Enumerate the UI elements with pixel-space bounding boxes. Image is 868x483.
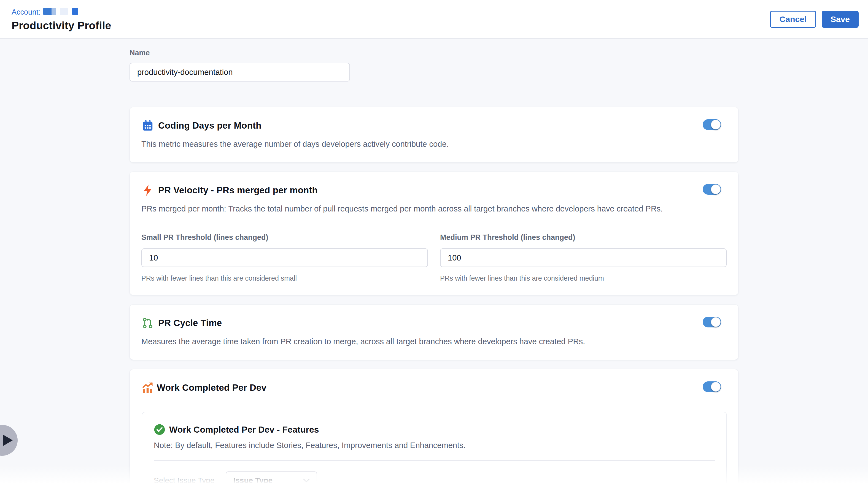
- card-title-row: Coding Days per Month: [142, 119, 726, 132]
- issue-type-label: Select Issue Type: [154, 476, 215, 483]
- card-description: This metric measures the average number …: [142, 139, 726, 150]
- chevron-down-icon: [303, 478, 310, 483]
- git-compare-icon: [142, 317, 154, 329]
- card-title: Coding Days per Month: [158, 120, 261, 131]
- main-content: Name: [0, 39, 868, 483]
- card-coding-days-per-month: Coding Days per Month This metric measur…: [129, 107, 739, 162]
- cancel-button[interactable]: Cancel: [770, 11, 816, 28]
- account-breadcrumb-link[interactable]: Account:: [11, 8, 40, 17]
- small-pr-threshold-helper: PRs with fewer lines than this are consi…: [142, 274, 428, 282]
- card-description: Measures the average time taken from PR …: [142, 336, 726, 347]
- card-title-row: PR Velocity - PRs merged per month: [142, 184, 726, 197]
- header-actions: Cancel Save: [770, 11, 859, 28]
- toggle-pr-velocity[interactable]: [703, 184, 721, 195]
- subsection-work-completed-features: Work Completed Per Dev - Features Note: …: [142, 412, 727, 483]
- card-title-row: Work Completed Per Dev: [142, 381, 726, 394]
- redacted-chip: [72, 8, 78, 15]
- small-pr-threshold-label: Small PR Threshold (lines changed): [142, 233, 428, 242]
- profile-name-group: Name: [129, 49, 868, 82]
- page-title: Productivity Profile: [11, 20, 111, 32]
- card-title: PR Velocity - PRs merged per month: [158, 185, 318, 195]
- medium-pr-threshold-label: Medium PR Threshold (lines changed): [440, 233, 726, 242]
- small-pr-threshold-input[interactable]: [142, 248, 428, 267]
- subsection-title: Work Completed Per Dev - Features: [169, 425, 319, 435]
- issue-type-select[interactable]: Issue Type: [226, 472, 317, 483]
- bar-chart-icon: [142, 381, 154, 394]
- card-description: PRs merged per month: Tracks the total n…: [142, 204, 726, 214]
- toggle-work-completed-per-dev[interactable]: [703, 381, 721, 392]
- issue-type-select-value: Issue Type: [234, 476, 273, 483]
- card-work-completed-per-dev: Work Completed Per Dev Work Completed Pe…: [129, 369, 739, 483]
- name-label: Name: [129, 49, 868, 57]
- threshold-fields: Small PR Threshold (lines changed) PRs w…: [142, 233, 726, 282]
- redacted-chip: [52, 8, 56, 15]
- subsection-title-row: Work Completed Per Dev - Features: [154, 424, 715, 436]
- account-name-redacted: [43, 8, 78, 17]
- medium-pr-threshold-input[interactable]: [440, 248, 726, 267]
- card-title: Work Completed Per Dev: [157, 383, 267, 393]
- save-button[interactable]: Save: [822, 11, 859, 28]
- calendar-icon: [142, 119, 154, 132]
- small-pr-threshold-field: Small PR Threshold (lines changed) PRs w…: [142, 233, 428, 282]
- lightning-icon: [142, 184, 154, 197]
- card-pr-cycle-time: PR Cycle Time Measures the average time …: [129, 304, 739, 360]
- toggle-coding-days-per-month[interactable]: [703, 119, 721, 130]
- subsection-note: Note: By default, Features include Stori…: [154, 441, 715, 450]
- toggle-pr-cycle-time[interactable]: [703, 317, 721, 327]
- breadcrumb: Account:: [11, 8, 111, 17]
- medium-pr-threshold-field: Medium PR Threshold (lines changed) PRs …: [440, 233, 726, 282]
- card-title: PR Cycle Time: [158, 318, 222, 328]
- card-title-row: PR Cycle Time: [142, 317, 726, 329]
- medium-pr-threshold-helper: PRs with fewer lines than this are consi…: [440, 274, 726, 282]
- profile-name-input[interactable]: [129, 63, 350, 82]
- check-circle-icon: [154, 424, 165, 436]
- metric-cards: Coding Days per Month This metric measur…: [129, 107, 739, 483]
- card-divider: [142, 223, 726, 223]
- issue-type-row: Select Issue Type Issue Type: [154, 472, 715, 483]
- card-pr-velocity: PR Velocity - PRs merged per month PRs m…: [129, 171, 739, 295]
- page-header: Account: Productivity Profile Cancel Sav…: [0, 0, 868, 39]
- header-left: Account: Productivity Profile: [11, 7, 111, 32]
- subsection-divider: [154, 460, 715, 461]
- play-arrow-icon: [3, 435, 13, 446]
- redacted-chip: [60, 8, 68, 15]
